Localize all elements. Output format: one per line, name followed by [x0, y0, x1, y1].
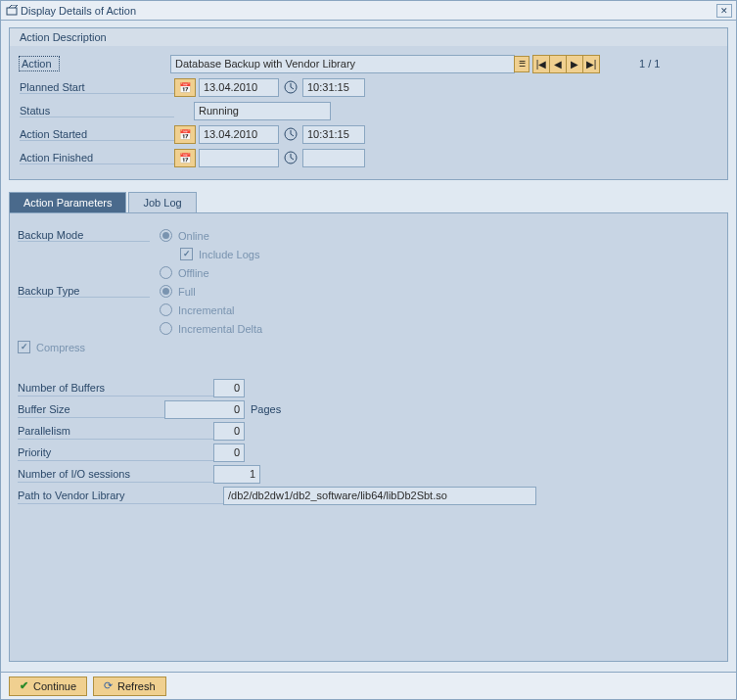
priority-value: 0 — [213, 443, 245, 462]
backup-type-full-text: Full — [178, 286, 196, 298]
buffer-size-unit: Pages — [251, 403, 281, 415]
backup-type-full-radio[interactable] — [160, 285, 172, 298]
content-area: Action Description Action Database Backu… — [1, 21, 736, 672]
nav-next-icon[interactable]: ▶ — [566, 55, 583, 73]
planned-start-label: Planned Start — [20, 81, 174, 94]
calendar-icon[interactable]: 📅 — [174, 125, 196, 144]
refresh-icon: ⟳ — [104, 679, 113, 692]
action-search-help-icon[interactable]: ☰ — [514, 56, 530, 72]
tab-label: Action Parameters — [23, 197, 112, 209]
clock-icon — [281, 125, 300, 144]
backup-type-incremental-radio[interactable] — [160, 303, 172, 316]
refresh-label: Refresh — [117, 680, 156, 692]
parallelism-label: Parallelism — [18, 423, 213, 440]
priority-label: Priority — [18, 444, 213, 461]
continue-label: Continue — [33, 680, 76, 692]
backup-mode-offline-radio[interactable] — [160, 266, 172, 279]
parallelism-value: 0 — [213, 422, 245, 441]
io-sessions-label: Number of I/O sessions — [18, 466, 213, 483]
parameters-panel: Backup Mode Online Include Logs Offline … — [9, 212, 728, 662]
svg-rect-0 — [7, 8, 17, 15]
vendor-lib-value: /db2/db2dw1/db2_software/lib64/libDb2Sbt… — [223, 487, 536, 505]
buffer-size-value: 0 — [164, 400, 245, 419]
window-icon — [5, 4, 19, 18]
nav-prev-icon[interactable]: ◀ — [549, 55, 567, 73]
compress-checkbox[interactable] — [18, 341, 30, 353]
include-logs-text: Include Logs — [199, 249, 259, 260]
tab-label: Job Log — [143, 197, 181, 209]
backup-type-incdelta-radio[interactable] — [160, 322, 172, 335]
nav-last-icon[interactable]: ▶| — [582, 55, 600, 73]
action-finished-label: Action Finished — [20, 152, 174, 164]
backup-mode-online-text: Online — [178, 230, 209, 242]
status-label: Status — [20, 105, 174, 117]
continue-button[interactable]: ✔ Continue — [9, 677, 87, 696]
close-icon[interactable]: ✕ — [716, 4, 732, 18]
buffer-size-label: Buffer Size — [18, 401, 164, 418]
window-title: Display Details of Action — [21, 5, 716, 17]
nav-first-icon[interactable]: |◀ — [532, 55, 550, 73]
calendar-icon[interactable]: 📅 — [174, 149, 196, 167]
action-started-date: 13.04.2010 — [199, 125, 279, 144]
action-label: Action — [20, 57, 59, 70]
tab-job-log[interactable]: Job Log — [128, 192, 196, 213]
planned-start-time: 10:31:15 — [302, 78, 365, 97]
section-title: Action Description — [20, 31, 107, 43]
clock-icon — [281, 78, 300, 97]
section-tab: Action Description — [9, 27, 728, 46]
backup-mode-online-radio[interactable] — [160, 229, 172, 242]
dialog-window: Display Details of Action ✕ Action Descr… — [0, 0, 737, 700]
compress-text: Compress — [36, 342, 85, 353]
backup-type-incremental-text: Incremental — [178, 304, 234, 316]
clock-icon — [281, 149, 300, 167]
status-value: Running — [194, 102, 331, 120]
include-logs-checkbox[interactable] — [180, 248, 193, 260]
tab-strip: Action Parameters Job Log — [9, 192, 728, 213]
nav-group: |◀ ◀ ▶ ▶| — [533, 55, 600, 73]
io-sessions-value: 1 — [213, 465, 260, 484]
pager-text: 1 / 1 — [639, 58, 660, 70]
tab-action-parameters[interactable]: Action Parameters — [9, 192, 126, 213]
action-value: Database Backup with Vendor Library — [170, 55, 515, 73]
backup-type-label: Backup Type — [18, 285, 150, 298]
action-description-panel: Action Database Backup with Vendor Libra… — [9, 45, 728, 180]
action-finished-time — [302, 149, 365, 167]
action-started-time: 10:31:15 — [302, 125, 365, 144]
num-buffers-label: Number of Buffers — [18, 380, 213, 397]
calendar-icon[interactable]: 📅 — [174, 78, 196, 97]
backup-type-incdelta-text: Incremental Delta — [178, 323, 262, 335]
refresh-button[interactable]: ⟳ Refresh — [93, 677, 166, 696]
planned-start-date: 13.04.2010 — [199, 78, 279, 97]
check-icon: ✔ — [20, 679, 28, 692]
action-started-label: Action Started — [20, 128, 174, 141]
action-finished-date — [199, 149, 279, 167]
backup-mode-label: Backup Mode — [18, 229, 150, 242]
vendor-lib-label: Path to Vendor Library — [18, 488, 223, 504]
button-bar: ✔ Continue ⟳ Refresh — [1, 672, 736, 699]
num-buffers-value: 0 — [213, 379, 245, 397]
backup-mode-offline-text: Offline — [178, 267, 209, 279]
titlebar: Display Details of Action ✕ — [1, 1, 736, 21]
